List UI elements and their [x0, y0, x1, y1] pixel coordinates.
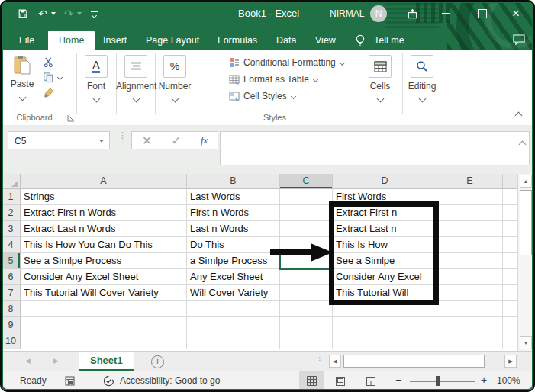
cell-D10[interactable]	[333, 333, 437, 349]
vertical-scrollbar[interactable]: ▲ ▼	[517, 174, 533, 351]
tab-page-layout[interactable]: Page Layout	[146, 31, 199, 50]
zoom-slider-track[interactable]	[410, 381, 475, 382]
accessibility-status[interactable]: Accessibility: Good to go	[120, 375, 220, 386]
redo-icon[interactable]: ↷	[62, 7, 76, 21]
font-dropdown-icon[interactable]	[92, 95, 100, 103]
row-header-6[interactable]: 6	[2, 269, 21, 285]
row-header-2[interactable]: 2	[2, 205, 21, 221]
cell-A9[interactable]	[21, 317, 187, 333]
view-normal-button[interactable]	[299, 371, 324, 390]
macro-record-icon[interactable]	[65, 376, 75, 388]
tab-home[interactable]: Home	[48, 31, 95, 50]
tab-view[interactable]: View	[315, 31, 336, 50]
cell-B3[interactable]: Last n Words	[187, 221, 280, 237]
paste-dropdown-icon[interactable]	[18, 94, 26, 101]
editing-dropdown-icon[interactable]	[418, 95, 426, 103]
scroll-up-button[interactable]: ▲	[520, 175, 532, 188]
cell-styles-dropdown-icon[interactable]	[291, 93, 296, 98]
cell-E3[interactable]	[437, 221, 503, 237]
cell-A5[interactable]: See a Simlpe Process	[21, 253, 187, 269]
cell-B10[interactable]	[187, 333, 280, 349]
conditional-formatting-button[interactable]: Conditional Formatting	[229, 57, 344, 68]
cell-B8[interactable]	[187, 301, 280, 317]
scrollbar-splitter[interactable]: ⋮	[316, 355, 324, 361]
cell-C8[interactable]	[280, 301, 333, 317]
format-as-table-button[interactable]: Format as Table	[229, 74, 317, 85]
close-button[interactable]: ×	[507, 5, 525, 23]
tab-file[interactable]: File	[19, 31, 34, 50]
formula-bar-splitter[interactable]: ⋮⋮	[118, 133, 127, 142]
font-group[interactable]: A Font	[76, 55, 116, 104]
tab-data[interactable]: Data	[276, 31, 296, 50]
editing-group[interactable]: Editing	[402, 55, 442, 104]
vertical-scroll-thumb[interactable]	[520, 190, 532, 255]
cell-C6[interactable]	[280, 269, 333, 285]
accessibility-icon[interactable]	[103, 375, 114, 389]
cell-A3[interactable]: Extract Last n Words	[21, 221, 187, 237]
zoom-slider-thumb[interactable]	[436, 376, 440, 386]
cell-E5[interactable]	[437, 253, 503, 269]
copy-button[interactable]	[43, 72, 62, 83]
user-name[interactable]: NIRMAL	[330, 8, 364, 19]
cell-C3[interactable]	[280, 221, 333, 237]
cell-C9[interactable]	[280, 317, 333, 333]
paste-button[interactable]: Paste	[6, 55, 38, 102]
cut-button[interactable]	[43, 56, 54, 68]
column-header-E[interactable]: E	[437, 174, 503, 189]
sheet-nav-left-icon[interactable]: ◀	[25, 357, 31, 365]
save-icon[interactable]	[15, 7, 31, 21]
collapse-formula-bar-button[interactable]	[520, 137, 525, 150]
row-header-7[interactable]: 7	[2, 285, 21, 301]
avatar[interactable]: N	[370, 5, 387, 22]
comments-icon[interactable]	[512, 34, 526, 49]
cell-B1[interactable]: Last Words	[187, 189, 280, 205]
column-header-C[interactable]: C	[280, 174, 333, 189]
cell-E6[interactable]	[437, 269, 503, 285]
cell-A6[interactable]: Consider Any Excel Sheet	[21, 269, 187, 285]
undo-icon[interactable]: ↶	[36, 7, 50, 21]
view-page-break-button[interactable]	[359, 371, 383, 390]
row-header-8[interactable]: 8	[2, 301, 21, 317]
row-header-4[interactable]: 4	[2, 237, 21, 253]
cell-E9[interactable]	[437, 317, 503, 333]
maximize-button[interactable]	[473, 5, 491, 23]
undo-dropdown-icon[interactable]	[51, 12, 56, 15]
alignment-group[interactable]: Alignment	[116, 55, 156, 104]
cell-E7[interactable]	[437, 285, 503, 301]
column-header-D[interactable]: D	[333, 174, 437, 189]
cell-E2[interactable]	[437, 205, 503, 221]
select-all-corner[interactable]	[2, 174, 21, 189]
cell-E1[interactable]	[437, 189, 503, 205]
view-page-layout-button[interactable]	[328, 371, 353, 390]
row-header-9[interactable]: 9	[2, 317, 21, 333]
cell-B9[interactable]	[187, 317, 280, 333]
formula-input[interactable]	[220, 131, 530, 165]
number-group[interactable]: % Number	[155, 55, 195, 104]
alignment-dropdown-icon[interactable]	[132, 95, 140, 103]
column-header-B[interactable]: B	[187, 174, 280, 189]
cells-dropdown-icon[interactable]	[376, 95, 384, 103]
zoom-level[interactable]: 100%	[497, 375, 520, 386]
collapse-ribbon-button[interactable]	[516, 110, 521, 120]
insert-function-icon[interactable]: fx	[201, 134, 208, 146]
cell-A4[interactable]: This Is How You Can Do This	[21, 237, 187, 253]
scroll-left-button[interactable]: ◀	[329, 355, 341, 368]
clipboard-dialog-launcher-icon[interactable]	[67, 114, 75, 124]
sheet-tab-sheet1[interactable]: Sheet1	[79, 352, 134, 371]
row-header-5[interactable]: 5	[2, 253, 21, 269]
cell-A7[interactable]: This Tutorial Will Cover Variety	[21, 285, 187, 301]
zoom-out-button[interactable]: −	[395, 374, 401, 386]
ribbon-display-options-icon[interactable]	[403, 5, 421, 23]
number-dropdown-icon[interactable]	[171, 95, 179, 103]
cell-A10[interactable]	[21, 333, 187, 349]
cell-B2[interactable]: First n Words	[187, 205, 280, 221]
cell-E10[interactable]	[437, 333, 503, 349]
add-sheet-button[interactable]: +	[151, 355, 164, 368]
cell-C2[interactable]	[280, 205, 333, 221]
conditional-formatting-dropdown-icon[interactable]	[340, 59, 345, 65]
customize-quick-access-icon[interactable]	[91, 7, 98, 21]
cell-C10[interactable]	[280, 333, 333, 349]
enter-icon[interactable]: ✓	[171, 133, 181, 148]
cell-A8[interactable]	[21, 301, 187, 317]
name-box-dropdown-icon[interactable]	[99, 140, 104, 143]
